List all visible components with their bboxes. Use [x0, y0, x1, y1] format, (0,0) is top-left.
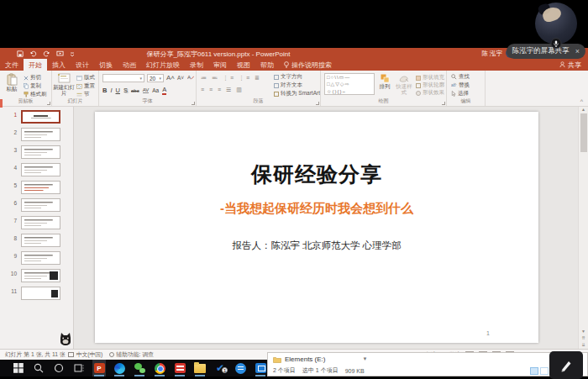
shape-outline-button[interactable]: 形状轮廓 [416, 82, 444, 89]
font-dialog-launcher[interactable] [192, 102, 195, 105]
reset-button[interactable]: 重置 [76, 82, 95, 90]
select-button[interactable]: 选择 [451, 90, 469, 97]
decrease-font-button[interactable]: A˅ [177, 75, 184, 81]
start-button[interactable] [12, 360, 25, 376]
thumbnail-slide-6[interactable]: 6 [0, 198, 73, 216]
thumbnail-preview[interactable] [21, 128, 60, 141]
scroll-up-icon[interactable]: ▲ [579, 107, 588, 112]
taskbar-search-icon[interactable] [32, 360, 45, 376]
taskbar-chrome-icon[interactable] [153, 360, 166, 376]
taskbar-red-app-icon[interactable] [173, 360, 186, 376]
icons-view-button[interactable] [540, 367, 549, 375]
thumbnail-slide-2[interactable]: 2 [0, 128, 73, 145]
thumbnail-slide-4[interactable]: 4 [0, 163, 73, 181]
new-slide-button[interactable]: 新建幻灯片 [53, 73, 75, 97]
tab-review[interactable]: 审阅 [208, 59, 232, 71]
clear-formatting-button[interactable]: A [187, 74, 194, 81]
replace-button[interactable]: ab 替换 [451, 82, 470, 89]
paste-button[interactable]: 粘贴 [3, 73, 21, 92]
strikethrough-button[interactable]: abc [131, 88, 139, 93]
align-text-button[interactable]: 对齐文本 [274, 82, 302, 89]
qat-customize-icon[interactable] [70, 50, 75, 57]
desktop-pet-cat[interactable] [57, 330, 74, 347]
thumbnail-preview[interactable] [21, 181, 60, 194]
call-participant-avatar[interactable] [535, 3, 577, 45]
thumbnail-slide-10[interactable]: 10 [0, 269, 73, 287]
language-indicator[interactable]: 中文(中国) [76, 350, 103, 359]
quick-styles-button[interactable]: 快速样式 [394, 74, 414, 96]
cortana-icon[interactable] [52, 360, 66, 376]
scrollbar-thumb[interactable] [580, 113, 587, 152]
alignment-buttons[interactable]: ≡ ≡ ≡ ☰ ▥ [201, 87, 244, 93]
tell-me-search[interactable]: 操作说明搜索 [279, 59, 337, 71]
slide-subtitle[interactable]: -当我想起保研经历时我会想到什么 [95, 201, 538, 217]
find-button[interactable]: 查找 [451, 73, 470, 81]
thumbnail-preview[interactable] [21, 234, 60, 247]
current-slide[interactable]: 保研经验分享 -当我想起保研经历时我会想到什么 报告人：陈泓宇 北京师范大学 心… [95, 112, 538, 343]
thumbnail-preview[interactable] [21, 251, 60, 265]
redo-icon[interactable] [43, 50, 50, 57]
taskbar-edge-icon[interactable] [113, 360, 126, 376]
increase-font-button[interactable]: A˄ [166, 74, 175, 82]
arrange-button[interactable]: 排列 [376, 74, 393, 89]
thumbnail-preview[interactable] [21, 216, 60, 229]
thumbnail-slide-8[interactable]: 8 [0, 234, 73, 251]
taskbar-wechat-icon[interactable] [133, 360, 146, 376]
tab-record[interactable]: 录制 [185, 59, 208, 71]
tab-help[interactable]: 帮助 [255, 59, 279, 71]
previous-slide-icon[interactable]: ⇈ [581, 335, 585, 340]
start-slideshow-icon[interactable] [56, 50, 64, 57]
tab-slideshow[interactable]: 幻灯片放映 [141, 59, 185, 71]
undo-icon[interactable] [29, 50, 37, 57]
cut-button[interactable]: 剪切 [24, 74, 41, 82]
thumbnail-preview[interactable] [21, 145, 60, 159]
file-explorer-popup[interactable]: Elements (E:) ▼ 2 个项目 选中 1 个项目 909 KB [267, 352, 588, 376]
layout-button[interactable]: 版式 [76, 74, 95, 82]
thumbnail-preview[interactable] [21, 269, 60, 282]
change-case-button[interactable]: Aa [152, 87, 159, 93]
thumbnail-slide-9[interactable]: 9 [0, 251, 73, 269]
vertical-scrollbar[interactable]: ▲ ▼ ⇈ ⇊ [578, 107, 588, 349]
thumbnail-preview[interactable] [21, 198, 60, 212]
bold-button[interactable]: B [102, 87, 107, 94]
tab-insert[interactable]: 插入 [47, 59, 71, 71]
tab-view[interactable]: 视图 [232, 59, 255, 71]
thumbnail-slide-1[interactable]: 1 [0, 110, 73, 128]
copy-button[interactable]: 复制 [24, 82, 41, 90]
slide-position-indicator[interactable]: 幻灯片 第 1 张, 共 11 张 [5, 350, 66, 359]
close-icon[interactable]: × [575, 47, 580, 55]
save-icon[interactable] [17, 50, 24, 57]
tab-file[interactable]: 文件 [0, 59, 24, 71]
tab-transitions[interactable]: 切换 [94, 59, 118, 71]
collapse-ribbon-button[interactable]: ^ [580, 98, 583, 104]
slide-title[interactable]: 保研经验分享 [95, 161, 538, 188]
chevron-down-icon[interactable]: ▼ [362, 356, 367, 361]
text-shadow-button[interactable]: S [123, 87, 128, 94]
next-slide-icon[interactable]: ⇊ [581, 342, 585, 347]
annotation-tool-overlay[interactable] [549, 351, 583, 379]
display-settings-icon[interactable] [68, 352, 74, 357]
underline-button[interactable]: U [116, 87, 120, 94]
share-button[interactable]: 共享 [553, 59, 588, 71]
clipboard-dialog-launcher[interactable] [47, 102, 50, 105]
shape-fill-button[interactable]: 形状填充 [416, 74, 444, 82]
details-view-button[interactable] [530, 367, 538, 375]
shape-effects-button[interactable]: 形状效果 [416, 89, 444, 97]
thumbnail-preview[interactable] [21, 110, 60, 124]
italic-button[interactable]: I [110, 87, 112, 94]
task-view-icon[interactable] [72, 360, 86, 376]
tab-animations[interactable]: 动画 [118, 59, 141, 71]
smartart-button[interactable]: 转换为 SmartArt [274, 90, 320, 97]
font-size-combo[interactable]: 20▾ [147, 74, 164, 82]
thumbnail-slide-3[interactable]: 3 [0, 145, 73, 163]
list-and-indent-buttons[interactable]: ≔ ≕ ⋮≡ ⋮≡ ≣ [201, 75, 261, 82]
taskbar-blue-circle-app-icon[interactable] [234, 360, 247, 376]
account-name[interactable]: 陈 泓宇 [481, 50, 502, 58]
taskbar-powerpoint-icon[interactable]: P [92, 360, 106, 376]
paragraph-dialog-launcher[interactable] [316, 102, 319, 105]
thumbnail-slide-5[interactable]: 5 [0, 181, 73, 198]
font-color-button[interactable]: A [162, 86, 166, 95]
taskbar-check-app-icon[interactable]: ✔1 [213, 360, 227, 376]
tab-home[interactable]: 开始 [24, 59, 47, 71]
drawing-dialog-launcher[interactable] [442, 102, 445, 105]
